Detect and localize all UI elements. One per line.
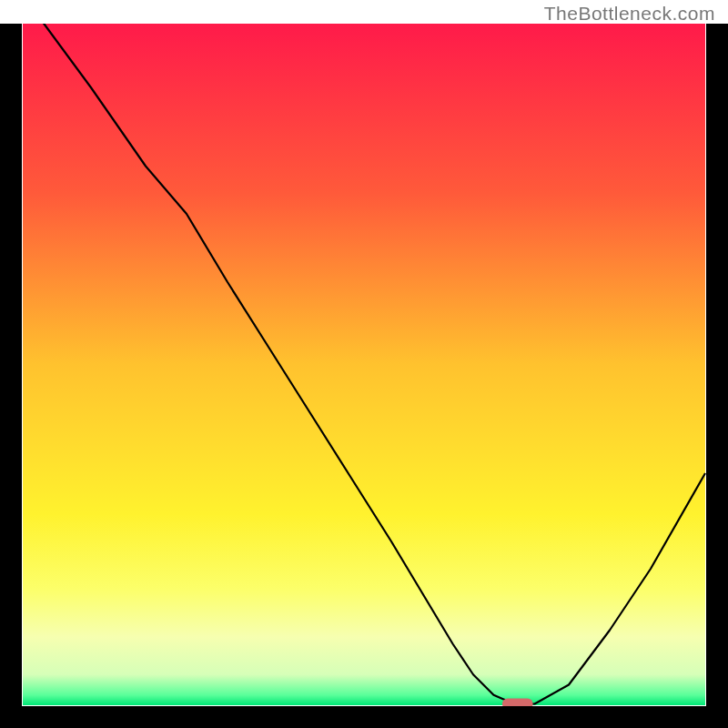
watermark-text: TheBottleneck.com bbox=[544, 3, 715, 25]
chart-background bbox=[23, 23, 705, 705]
bottleneck-chart bbox=[0, 0, 728, 728]
chart-container bbox=[0, 0, 728, 728]
